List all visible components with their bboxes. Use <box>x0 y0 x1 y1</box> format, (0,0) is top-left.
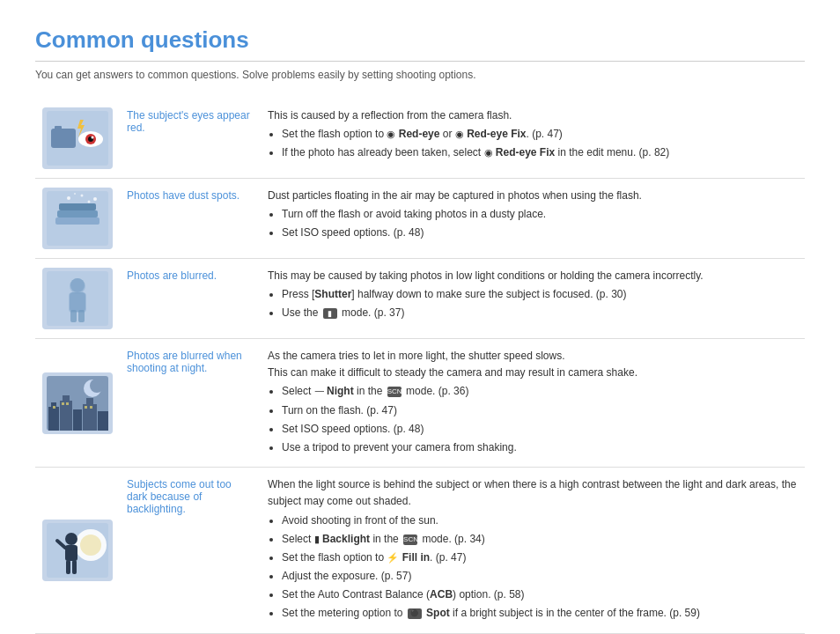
night-icon <box>47 376 108 431</box>
svg-rect-29 <box>60 401 72 431</box>
desc-backlight: When the light source is behind the subj… <box>261 468 805 634</box>
svg-point-14 <box>93 197 97 201</box>
image-cell-dust <box>35 179 120 259</box>
image-cell-backlight <box>35 468 120 634</box>
image-box-blurred <box>42 268 113 329</box>
faq-table: The subject's eyes appear red. This is c… <box>35 99 805 634</box>
label-backlight: Subjects come out too dark because of ba… <box>120 468 261 634</box>
svg-rect-37 <box>66 402 69 405</box>
svg-rect-34 <box>98 411 108 431</box>
svg-rect-46 <box>66 560 70 574</box>
svg-point-13 <box>81 195 84 197</box>
svg-rect-36 <box>62 402 64 405</box>
svg-point-6 <box>92 136 94 139</box>
svg-rect-23 <box>78 310 85 322</box>
svg-rect-47 <box>72 560 77 574</box>
list-item: Set the metering option to ⚫ Spot if a b… <box>282 605 798 622</box>
svg-rect-22 <box>70 310 77 322</box>
list-item: Avoid shooting in front of the sun. <box>282 512 798 529</box>
svg-point-43 <box>65 533 77 545</box>
label-night: Photos are blurred when shooting at nigh… <box>120 339 261 468</box>
svg-rect-27 <box>48 407 59 431</box>
table-row: Photos have dust spots. Dust particles f… <box>35 179 805 259</box>
list-item: Turn off the flash or avoid taking photo… <box>282 206 798 223</box>
svg-point-42 <box>80 534 101 556</box>
desc-blurred: This may be caused by taking photos in l… <box>261 259 805 339</box>
desc-red-eye: This is caused by a reflection from the … <box>261 99 805 179</box>
dust-spots-icon <box>47 191 108 246</box>
svg-point-26 <box>90 379 104 393</box>
svg-point-19 <box>70 278 85 294</box>
image-box-night <box>42 372 113 434</box>
desc-dust: Dust particles floating in the air may b… <box>261 179 805 259</box>
image-cell-blurred <box>35 259 120 339</box>
svg-point-12 <box>67 196 70 200</box>
page-subtitle: You can get answers to common questions.… <box>35 69 805 81</box>
label-dust: Photos have dust spots. <box>120 179 261 259</box>
blurred-icon <box>47 271 108 326</box>
table-row: Photos are blurred when shooting at nigh… <box>35 339 805 468</box>
table-row: The subject's eyes appear red. This is c… <box>35 99 805 179</box>
table-row: Photos are blurred. This may be caused b… <box>35 259 805 339</box>
list-item: Set the flash option to ⚡ Fill in. (p. 4… <box>282 549 798 566</box>
svg-rect-31 <box>73 409 82 431</box>
svg-rect-10 <box>57 210 98 217</box>
svg-rect-39 <box>90 406 92 409</box>
list-item: Use the ▮ mode. (p. 37) <box>282 305 798 321</box>
svg-rect-9 <box>55 217 99 225</box>
list-item: Set ISO speed options. (p. 48) <box>282 225 798 241</box>
image-cell-red-eye <box>35 99 120 179</box>
label-blurred: Photos are blurred. <box>120 259 261 339</box>
svg-point-16 <box>88 201 91 203</box>
table-row: Subjects come out too dark because of ba… <box>35 468 805 634</box>
image-cell-night <box>35 339 120 468</box>
desc-night: As the camera tries to let in more light… <box>261 339 805 468</box>
image-box-dust <box>42 188 113 249</box>
svg-rect-35 <box>53 406 55 409</box>
list-item: Set the Auto Contrast Balance (ACB) opti… <box>282 586 798 603</box>
image-box-red-eye <box>42 107 113 169</box>
label-red-eye: The subject's eyes appear red. <box>120 99 261 179</box>
list-item: Press [Shutter] halfway down to make sur… <box>282 286 798 303</box>
svg-rect-21 <box>69 292 86 313</box>
backlight-icon <box>47 523 108 578</box>
red-eye-icon <box>47 111 108 166</box>
list-item: If the photo has already been taken, sel… <box>282 144 798 161</box>
list-item: Adjust the exposure. (p. 57) <box>282 568 798 585</box>
svg-point-15 <box>74 193 76 195</box>
list-item: Set the flash option to ◉ Red-eye or ◉ R… <box>282 126 798 143</box>
list-item: Select ⸻ Night in the SCN mode. (p. 36) <box>282 383 798 400</box>
page-title: Common questions <box>35 26 805 62</box>
svg-rect-11 <box>59 203 96 210</box>
image-box-backlight <box>42 520 113 581</box>
svg-rect-44 <box>65 545 77 561</box>
svg-rect-2 <box>55 126 62 130</box>
svg-rect-38 <box>85 406 87 409</box>
list-item: Set ISO speed options. (p. 48) <box>282 421 798 438</box>
list-item: Turn on the flash. (p. 47) <box>282 402 798 419</box>
svg-rect-1 <box>51 129 76 148</box>
list-item: Use a tripod to prevent your camera from… <box>282 439 798 456</box>
list-item: Select ▮ Backlight in the SCN mode. (p. … <box>282 531 798 548</box>
